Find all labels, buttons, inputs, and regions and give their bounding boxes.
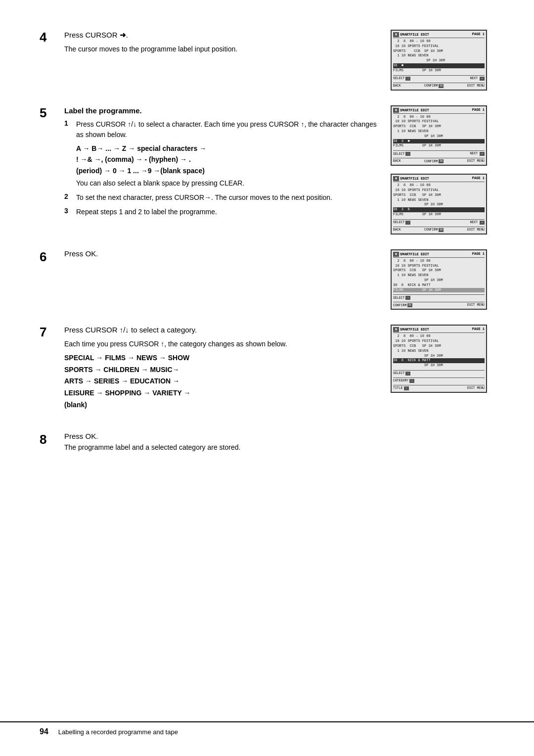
footer-6-select-icon: ↕ xyxy=(405,296,410,300)
screen-5b-row7: FILMS SP 1H 30M xyxy=(393,212,485,217)
screen-5a-page: PAGE 1 xyxy=(472,108,485,113)
screen-5a-footer2: BACK CONFIRM OK EXIT MENU xyxy=(393,158,485,163)
screen-4-row3: SPORTS CCB SP 1H 30M xyxy=(393,49,485,54)
screen-7-row4: 1 10 NEWS SEVEN xyxy=(393,349,485,354)
step-6-number: 6 xyxy=(40,249,59,265)
screen-5a-header: ▣ SMARTFILE EDIT PAGE 1 xyxy=(393,108,485,114)
step-8-left: 8 Press OK. The programme label and a se… xyxy=(40,432,391,457)
footer-7-title-icon: ↕ xyxy=(404,386,409,390)
screen-7-icon: ▣ xyxy=(393,327,399,332)
screen-6-header: ▣ SMARTFILE EDIT PAGE 1 xyxy=(393,252,485,258)
step-4-screen: ▣ SMARTFILE EDIT PAGE 1 2 8 00 - 10 00 1… xyxy=(391,30,494,91)
step-5-main: Label the programme. xyxy=(64,105,381,117)
footer-6-select: SELECT ↕ xyxy=(393,296,410,300)
sub-step-5-3-content: Repeat steps 1 and 2 to label the progra… xyxy=(76,207,217,217)
screen-6-page: PAGE 1 xyxy=(472,252,485,257)
screen-6-row5: SP 1H 30M xyxy=(393,278,485,283)
screen-5a-row3: SPORTS CCB SP 1H 30M xyxy=(393,124,485,129)
screen-6-footer: SELECT ↕ xyxy=(393,294,485,300)
screen-6-row1: 2 8 00 - 10 00 xyxy=(393,259,485,264)
footer-5b-select-icon: ↕ xyxy=(405,221,410,225)
screen-7-row7: SP 1H 30M xyxy=(393,363,485,368)
screen-4-row2: 10 10 SPORTS FESTIVAL xyxy=(393,44,485,49)
footer-7-select-icon: ↕ xyxy=(405,372,410,376)
step-4-number: 4 xyxy=(40,30,59,54)
step-8-number: 8 xyxy=(40,432,59,453)
screen-5b-page: PAGE 1 xyxy=(472,176,485,181)
step-4-main: Press CURSOR ➜. xyxy=(64,30,381,41)
screen-4-icon: ▣ xyxy=(393,32,399,37)
footer-7-select: SELECT ↕ xyxy=(393,372,410,376)
screen-5b-header: ▣ SMARTFILE EDIT PAGE 1 xyxy=(393,176,485,182)
step-7-screen: ▣ SMARTFILE EDIT PAGE 1 2 8 00 - 10 00 1… xyxy=(391,325,494,417)
footer-5a-confirm: CONFIRM OK xyxy=(424,159,444,163)
sub-step-5-1-content: Press CURSOR ↑/↓ to select a character. … xyxy=(76,119,381,189)
step-5-screens: ▣ SMARTFILE EDIT PAGE 1 2 8 00 - 10 00 1… xyxy=(391,105,494,235)
footer-5b-exit: EXIT MENU xyxy=(467,228,485,232)
screen-7-page: PAGE 1 xyxy=(472,327,485,332)
screen-4-footer: SELECT ↕ NEXT + xyxy=(393,75,485,81)
screen-5a-row1: 2 8 00 - 10 00 xyxy=(393,115,485,120)
footer-7-exit: EXIT MENU xyxy=(467,386,485,390)
step-8-main: Press OK. xyxy=(64,432,381,440)
footer-4-select: SELECT ↕ xyxy=(393,77,410,81)
tv-screen-7: ▣ SMARTFILE EDIT PAGE 1 2 8 00 - 10 00 1… xyxy=(391,325,487,393)
step-5-content: Label the programme. 1 Press CURSOR ↑/↓ … xyxy=(64,105,381,222)
step-8-right xyxy=(391,432,494,457)
footer-7-title: TITLE ↕ xyxy=(393,386,409,390)
screen-5a-row6: 30 3 ■ xyxy=(393,139,485,144)
screen-6-row2: 10 10 SPORTS FESTIVAL xyxy=(393,264,485,269)
page-number: 94 xyxy=(40,727,48,736)
tv-screen-4: ▣ SMARTFILE EDIT PAGE 1 2 8 00 - 10 00 1… xyxy=(391,30,487,91)
screen-7-footer: SELECT ↕ xyxy=(393,370,485,376)
tv-screen-5a: ▣ SMARTFILE EDIT PAGE 1 2 8 00 - 10 00 1… xyxy=(391,105,487,166)
step-5-row: 5 Label the programme. 1 Press CURSOR ↑/… xyxy=(40,105,494,235)
footer-5a-select-icon: ↕ xyxy=(405,152,410,156)
screen-7-title: SMARTFILE EDIT xyxy=(400,328,429,331)
screen-7-footer2: CATEGORY ↕ xyxy=(393,378,485,383)
screen-5b-footer: SELECT ↕ NEXT + xyxy=(393,219,485,225)
sub-step-5-1: 1 Press CURSOR ↑/↓ to select a character… xyxy=(64,119,381,189)
step-5-left: 5 Label the programme. 1 Press CURSOR ↑/… xyxy=(40,105,391,235)
sub-step-5-2: 2 To set the next character, press CURSO… xyxy=(64,192,381,203)
step-5-number: 5 xyxy=(40,105,59,222)
screen-6-footer2: CONFIRM OK EXIT MENU xyxy=(393,302,485,307)
footer-7-cat-icon: ↕ xyxy=(409,379,414,383)
page-label: Labelling a recorded programme and tape xyxy=(58,728,178,736)
step-7-number: 7 xyxy=(40,325,59,413)
step-4-content: Press CURSOR ➜. The cursor moves to the … xyxy=(64,30,381,54)
screen-7-footer3: TITLE ↕ EXIT MENU xyxy=(393,385,485,390)
screen-4-footer2: BACK CONFIRM OK EXIT MENU xyxy=(393,83,485,88)
page-container: 4 Press CURSOR ➜. The cursor moves to th… xyxy=(0,0,534,756)
screen-4-row4: 1 10 NEWS SEVEN xyxy=(393,53,485,58)
screen-5b-row1: 2 8 00 - 10 00 xyxy=(393,183,485,188)
screen-7-row3: SPORTS CCB SP 1H 30M xyxy=(393,344,485,349)
footer-4-select-icon: ↕ xyxy=(405,77,410,81)
screen-5a-footer: SELECT ↕ NEXT + xyxy=(393,150,485,156)
screen-5b-row3: SPORTS CCB SP 1H 30M xyxy=(393,193,485,198)
step-6-screen: ▣ SMARTFILE EDIT PAGE 1 2 8 00 - 10 00 1… xyxy=(391,249,494,310)
screen-5a-row4: 1 10 NEWS SEVEN xyxy=(393,129,485,134)
footer-5a-ok-icon: OK xyxy=(439,159,444,163)
screen-4-row1: 2 8 00 - 10 00 xyxy=(393,39,485,44)
footer-5a-next-icon: + xyxy=(480,152,485,156)
footer-4-back: BACK xyxy=(393,84,401,88)
sub-step-5-3-num: 3 xyxy=(64,207,76,217)
footer-4-confirm: CONFIRM OK xyxy=(424,84,444,88)
screen-5a-icon: ▣ xyxy=(393,108,399,113)
footer-4-next-icon: + xyxy=(480,77,485,81)
step-7-category-seq: SPECIAL → FILMS → NEWS → SHOW SPORTS → C… xyxy=(64,352,381,411)
footer-5a-back: BACK xyxy=(393,159,401,163)
screen-7-row5: SP 1H 30M xyxy=(393,354,485,359)
sub-step-5-3: 3 Repeat steps 1 and 2 to label the prog… xyxy=(64,207,381,217)
step-5-substeps: 1 Press CURSOR ↑/↓ to select a character… xyxy=(64,119,381,217)
footer-6-confirm: CONFIRM OK xyxy=(393,303,412,307)
screen-5b-footer2: BACK CONFIRM OK EXIT MENU xyxy=(393,227,485,232)
step-7-main: Press CURSOR ↑/↓ to select a category. xyxy=(64,325,381,336)
step-6-content: Press OK. xyxy=(64,249,381,265)
screen-6-row4: 1 10 NEWS SEVEN xyxy=(393,273,485,278)
footer-7-category: CATEGORY ↕ xyxy=(393,379,414,383)
screen-5b-row6: 30 3 N xyxy=(393,207,485,212)
screen-6-row6: 30 8 NICK & MATT xyxy=(393,283,485,288)
screen-5a-row7: FILMS SP 1H 30M xyxy=(393,143,485,148)
